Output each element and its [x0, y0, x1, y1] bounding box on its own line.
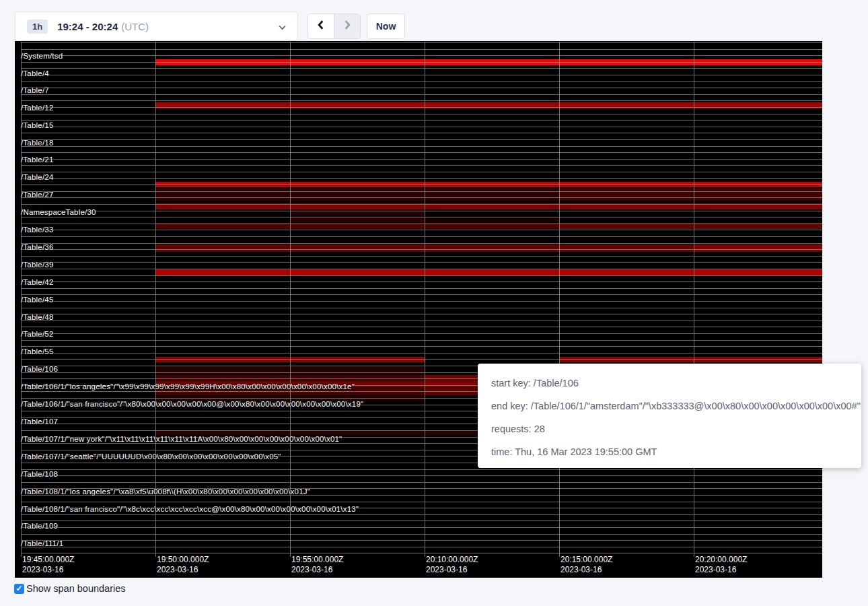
tooltip-line: requests: 28: [491, 417, 861, 440]
x-axis-date: 2023-03-16: [157, 565, 209, 575]
span-boundary-line: [21, 308, 822, 308]
span-key-label: /Table/36: [21, 243, 53, 251]
span-boundary-line: [21, 236, 822, 237]
x-axis-time: 20:20:00.000Z: [695, 555, 747, 565]
span-boundary-line: [21, 540, 822, 541]
span-boundary-line: [21, 120, 822, 121]
span-boundary-line: [21, 197, 822, 198]
span-boundary-line: [21, 243, 822, 244]
x-axis-label: 20:15:00.000Z2023-03-16: [560, 555, 612, 575]
show-span-boundaries-label[interactable]: Show span boundaries: [26, 583, 126, 594]
span-boundary-line: [21, 353, 822, 354]
span-boundary-line: [21, 139, 822, 140]
x-axis-label: 20:20:00.000Z2023-03-16: [695, 555, 747, 575]
heat-band[interactable]: [694, 244, 822, 252]
bucket-tooltip: start key: /Table/106end key: /Table/106…: [478, 364, 861, 468]
span-boundary-line: [21, 81, 822, 82]
x-axis-label: 20:10:00.000Z2023-03-16: [426, 555, 478, 575]
span-boundary-line: [21, 127, 822, 127]
span-boundary-line: [21, 55, 822, 56]
span-key-label: /Table/4: [21, 69, 49, 77]
now-button-label: Now: [376, 21, 396, 32]
span-boundary-line: [21, 68, 822, 69]
span-boundary-line: [21, 49, 822, 50]
span-key-label: /Table/107/1/"new york"/"\x11\x11\x11\x1…: [21, 435, 342, 443]
x-axis-time: 19:55:00.000Z: [291, 555, 343, 565]
time-gridline: [290, 42, 291, 557]
span-boundary-line: [21, 133, 822, 133]
span-key-label: /Table/18: [21, 139, 53, 147]
span-key-label: /Table/39: [21, 261, 53, 269]
span-boundary-line: [21, 262, 822, 263]
time-gridline: [559, 42, 560, 557]
x-axis-label: 19:45:00.000Z2023-03-16: [22, 555, 74, 575]
span-boundary-line: [21, 346, 822, 347]
span-boundary-line: [21, 165, 822, 166]
key-visualizer-page: 1h 19:24 - 20:24 (UTC) Now /System/tsd/T…: [0, 0, 868, 606]
span-boundary-line: [21, 321, 822, 321]
span-boundary-line: [21, 224, 822, 224]
span-boundary-line: [21, 527, 822, 528]
key-visualizer-heatmap[interactable]: /System/tsd/Table/4/Table/7/Table/12/Tab…: [15, 41, 822, 578]
span-boundary-line: [21, 75, 822, 75]
now-button[interactable]: Now: [367, 13, 405, 39]
span-key-label: /Table/7: [21, 86, 49, 94]
x-axis-time: 19:50:00.000Z: [157, 555, 209, 565]
time-nav-button-group: [308, 13, 361, 39]
span-boundary-line: [21, 469, 822, 470]
x-axis-date: 2023-03-16: [22, 565, 74, 575]
time-gridline: [694, 42, 694, 557]
span-boundary-line: [21, 94, 822, 95]
span-boundary-line: [21, 520, 822, 521]
span-boundary-line: [21, 159, 822, 160]
span-boundary-line: [21, 172, 822, 172]
span-key-label: /Table/106/1/"san francisco"/"\x80\x00\x…: [21, 400, 363, 408]
span-boundary-line: [21, 275, 822, 276]
span-boundary-line: [21, 301, 822, 302]
span-boundary-line: [21, 107, 822, 108]
span-boundary-line: [21, 114, 822, 114]
span-key-label: /Table/42: [21, 278, 53, 286]
span-key-label: /Table/108/1/"los angeles"/"\xa8\xf5\u00…: [21, 487, 310, 496]
span-key-label: /Table/52: [21, 330, 53, 338]
span-key-label: /System/tsd: [21, 52, 63, 60]
span-key-label: /Table/24: [21, 173, 53, 181]
span-boundary-line: [21, 547, 822, 547]
next-timeframe-button[interactable]: [334, 14, 360, 38]
span-key-label: /Table/48: [21, 313, 53, 321]
span-boundary-line: [21, 502, 822, 502]
x-axis-date: 2023-03-16: [560, 565, 612, 575]
chevron-down-icon: [278, 22, 287, 34]
span-boundary-line: [21, 88, 822, 88]
span-boundary-line: [21, 191, 822, 192]
span-key-label: /Table/108/1/"san francisco"/"\x8c\xcc\x…: [21, 505, 359, 513]
show-span-boundaries-checkbox[interactable]: ✓: [14, 584, 24, 594]
span-boundary-line: [21, 100, 822, 101]
time-gridline: [155, 42, 156, 557]
time-range-dropdown[interactable]: 1h 19:24 - 20:24 (UTC): [15, 11, 298, 41]
heat-band[interactable]: [559, 188, 822, 201]
span-boundary-line: [21, 553, 822, 553]
show-span-boundaries-row: ✓ Show span boundaries: [14, 583, 126, 594]
time-range-badge: 1h: [27, 20, 48, 34]
span-key-label: /NamespaceTable/30: [21, 208, 96, 216]
time-range-timezone: (UTC): [121, 21, 149, 32]
span-boundary-line: [21, 475, 822, 476]
tooltip-line: time: Thu, 16 Mar 2023 19:55:00 GMT: [491, 440, 861, 463]
span-key-label: /Table/108: [21, 470, 58, 478]
span-boundary-line: [21, 534, 822, 535]
span-boundary-line: [21, 249, 822, 250]
x-axis-date: 2023-03-16: [426, 565, 478, 575]
heat-band[interactable]: [155, 188, 560, 201]
prev-timeframe-button[interactable]: [308, 14, 334, 38]
x-axis-label: 19:55:00.000Z2023-03-16: [291, 555, 343, 575]
chevron-right-icon: [342, 20, 352, 33]
span-key-label: /Table/33: [21, 226, 53, 234]
span-boundary-line: [21, 211, 822, 211]
span-boundary-line: [21, 327, 822, 327]
span-boundary-line: [21, 230, 822, 230]
span-boundary-line: [21, 294, 822, 295]
span-boundary-line: [21, 152, 822, 153]
span-key-label: /Table/15: [21, 121, 53, 129]
span-boundary-line: [21, 288, 822, 289]
